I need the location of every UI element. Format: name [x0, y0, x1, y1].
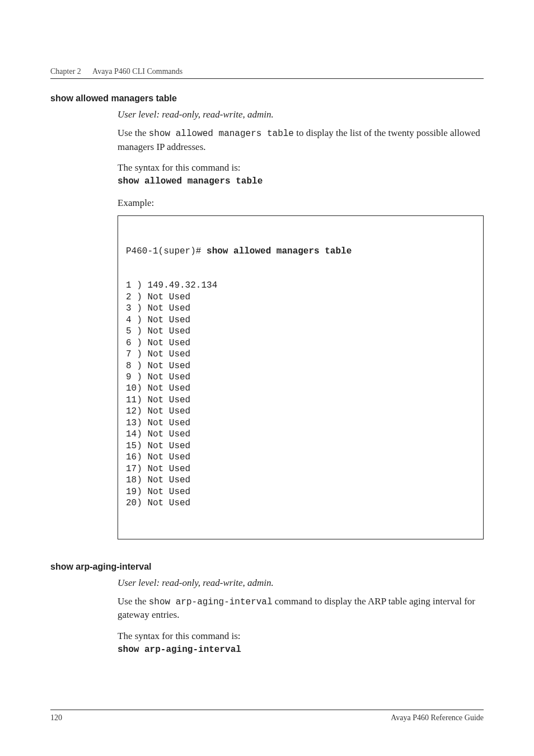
chapter-title: Avaya P460 CLI Commands	[92, 67, 182, 76]
section2-syntax-label: The syntax for this command is:	[118, 630, 484, 642]
section1-heading: show allowed managers table	[50, 93, 484, 104]
section2-syntax-cmd: show arp-aging-interval	[118, 645, 484, 655]
section2-intro-cmd: show arp-aging-interval	[149, 597, 273, 607]
page-number: 120	[50, 713, 62, 722]
section2-userlevel: User level: read-only, read-write, admin…	[118, 576, 484, 589]
example-cmd: show allowed managers table	[207, 246, 352, 256]
running-head-rule	[50, 78, 484, 79]
chapter-label: Chapter 2	[50, 67, 81, 76]
section2-intro-prefix: Use the	[118, 596, 149, 607]
section1-userlevel: User level: read-only, read-write, admin…	[118, 108, 484, 121]
section1-body: User level: read-only, read-write, admin…	[118, 108, 484, 539]
page-footer: 120 Avaya P460 Reference Guide	[50, 710, 484, 722]
footer-rule	[50, 710, 484, 710]
section1-intro-prefix: Use the	[118, 128, 149, 138]
section2-intro: Use the show arp-aging-interval command …	[118, 595, 484, 622]
section1-intro-cmd: show allowed managers table	[149, 129, 294, 139]
section1-example-codebox: P460-1(super)# show allowed managers tab…	[118, 215, 484, 539]
section1-example-label: Example:	[118, 196, 484, 209]
example-prompt: P460-1(super)#	[126, 246, 207, 256]
section2-heading: show arp-aging-interval	[50, 562, 484, 572]
page: Chapter 2 Avaya P460 CLI Commands show a…	[0, 0, 534, 756]
section1-syntax-label: The syntax for this command is:	[118, 161, 484, 174]
section2-body: User level: read-only, read-write, admin…	[118, 576, 484, 655]
doc-title: Avaya P460 Reference Guide	[391, 713, 484, 722]
footer-row: 120 Avaya P460 Reference Guide	[50, 713, 484, 722]
running-head: Chapter 2 Avaya P460 CLI Commands	[50, 67, 484, 76]
section1-intro: Use the show allowed managers table to d…	[118, 126, 484, 153]
section1-syntax-cmd: show allowed managers table	[118, 176, 484, 186]
allowed-managers-list: 1 ) 149.49.32.134 2 ) Not Used 3 ) Not U…	[126, 280, 475, 509]
example-prompt-line: P460-1(super)# show allowed managers tab…	[126, 246, 475, 257]
